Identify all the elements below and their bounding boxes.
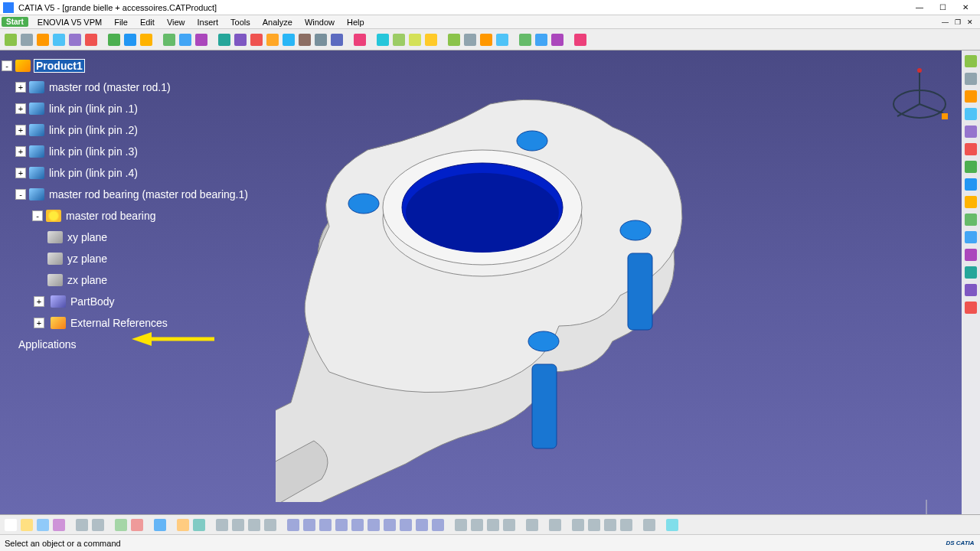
expander-icon[interactable]: + <box>15 146 26 157</box>
toolbar-button[interactable] <box>485 517 501 533</box>
toolbar-button[interactable] <box>573 32 588 47</box>
toolbar-button[interactable] <box>963 230 978 245</box>
toolbar-button[interactable] <box>35 32 51 47</box>
tree-item-master-rod-bearing[interactable]: - master rod bearing (master rod bearing… <box>2 184 277 205</box>
toolbar-button[interactable] <box>642 517 657 533</box>
toolbar-button[interactable] <box>350 517 365 533</box>
minimize-button[interactable]: — <box>908 1 931 15</box>
expander-icon[interactable]: + <box>15 103 26 114</box>
doc-restore-button[interactable]: ❐ <box>952 18 963 26</box>
toolbar-button[interactable] <box>152 517 168 533</box>
toolbar-button[interactable] <box>297 32 312 47</box>
toolbar-button[interactable] <box>19 517 34 533</box>
toolbar-button[interactable] <box>963 142 978 157</box>
tree-item-external-references[interactable]: + External References <box>2 312 277 334</box>
expander-icon[interactable]: - <box>2 60 12 71</box>
toolbar-button[interactable] <box>3 32 18 47</box>
expander-icon[interactable]: + <box>34 296 44 307</box>
maximize-button[interactable]: ☐ <box>931 1 954 15</box>
menu-edit[interactable]: Edit <box>134 18 161 27</box>
toolbar-button[interactable] <box>233 32 248 47</box>
toolbar-button[interactable] <box>313 32 328 47</box>
toolbar-button[interactable] <box>586 517 602 533</box>
toolbar-button[interactable] <box>570 517 586 533</box>
toolbar-button[interactable] <box>534 32 549 47</box>
toolbar-button[interactable] <box>963 159 978 174</box>
toolbar-button[interactable] <box>550 32 565 47</box>
toolbar-button[interactable] <box>352 32 368 47</box>
toolbar-button[interactable] <box>414 517 430 533</box>
tree-item-partbody[interactable]: + PartBody <box>2 291 277 312</box>
specification-tree[interactable]: - Product1 + master rod (master rod.1) +… <box>2 55 277 355</box>
toolbar-button[interactable] <box>963 177 978 192</box>
tree-item-master-rod[interactable]: + master rod (master rod.1) <box>2 77 277 98</box>
toolbar-button[interactable] <box>263 517 278 533</box>
toolbar-button[interactable] <box>265 32 280 47</box>
menu-analyze[interactable]: Analyze <box>256 18 299 27</box>
expander-icon[interactable]: + <box>15 125 26 135</box>
toolbar-button[interactable] <box>230 517 246 533</box>
toolbar-button[interactable] <box>382 517 397 533</box>
toolbar-button[interactable] <box>375 32 390 47</box>
toolbar-button[interactable] <box>194 32 209 47</box>
expander-icon[interactable]: + <box>15 82 26 93</box>
doc-close-button[interactable]: ✕ <box>965 18 975 26</box>
toolbar-button[interactable] <box>334 517 349 533</box>
tree-item-yz-plane[interactable]: yz plane <box>2 248 277 269</box>
toolbar-button[interactable] <box>453 517 469 533</box>
toolbar-button[interactable] <box>175 517 191 533</box>
expander-icon[interactable]: + <box>34 318 44 328</box>
toolbar-button[interactable] <box>3 517 18 533</box>
toolbar-button[interactable] <box>51 32 67 47</box>
toolbar-button[interactable] <box>74 517 90 533</box>
tree-item-link-pin-2[interactable]: + link pin (link pin .2) <box>2 119 277 141</box>
toolbar-button[interactable] <box>547 517 563 533</box>
toolbar-button[interactable] <box>398 517 413 533</box>
toolbar-button[interactable] <box>281 32 296 47</box>
toolbar-button[interactable] <box>462 32 478 47</box>
toolbar-button[interactable] <box>495 32 510 47</box>
toolbar-button[interactable] <box>191 517 207 533</box>
toolbar-button[interactable] <box>446 32 462 47</box>
toolbar-button[interactable] <box>19 32 34 47</box>
toolbar-button[interactable] <box>318 517 333 533</box>
doc-minimize-button[interactable]: — <box>939 18 951 26</box>
menu-tools[interactable]: Tools <box>224 18 256 27</box>
toolbar-button[interactable] <box>469 517 485 533</box>
toolbar-button[interactable] <box>67 32 83 47</box>
toolbar-button[interactable] <box>963 71 978 86</box>
toolbar-button[interactable] <box>51 517 67 533</box>
toolbar-button[interactable] <box>518 32 533 47</box>
tree-item-link-pin-1[interactable]: + link pin (link pin .1) <box>2 98 277 119</box>
viewport[interactable]: - Product1 + master rod (master rod.1) +… <box>0 51 980 534</box>
tree-item-part-mrb[interactable]: - master rod bearing <box>2 205 277 227</box>
tree-item-applications[interactable]: Applications <box>2 334 277 355</box>
toolbar-button[interactable] <box>963 89 978 104</box>
expander-icon[interactable]: - <box>15 189 26 200</box>
toolbar-button[interactable] <box>302 517 317 533</box>
tree-root-product[interactable]: - Product1 <box>2 55 277 77</box>
toolbar-button[interactable] <box>501 517 517 533</box>
toolbar-button[interactable] <box>391 32 407 47</box>
toolbar-button[interactable] <box>90 517 106 533</box>
toolbar-button[interactable] <box>963 282 978 298</box>
expander-icon[interactable]: - <box>32 210 43 221</box>
toolbar-button[interactable] <box>122 32 138 47</box>
start-menu[interactable]: Start <box>2 17 28 27</box>
toolbar-button[interactable] <box>423 32 439 47</box>
toolbar-button[interactable] <box>665 517 680 533</box>
toolbar-button[interactable] <box>83 32 99 47</box>
menu-file[interactable]: File <box>108 18 134 27</box>
toolbar-button[interactable] <box>106 32 122 47</box>
toolbar-button[interactable] <box>217 32 232 47</box>
toolbar-button[interactable] <box>619 517 634 533</box>
menu-insert[interactable]: Insert <box>191 18 225 27</box>
menu-window[interactable]: Window <box>299 18 341 27</box>
toolbar-button[interactable] <box>430 517 446 533</box>
compass-widget[interactable] <box>890 66 949 126</box>
toolbar-button[interactable] <box>963 124 978 139</box>
menu-help[interactable]: Help <box>341 18 371 27</box>
toolbar-button[interactable] <box>214 517 230 533</box>
toolbar-button[interactable] <box>366 517 381 533</box>
tree-item-link-pin-4[interactable]: + link pin (link pin .4) <box>2 162 277 184</box>
